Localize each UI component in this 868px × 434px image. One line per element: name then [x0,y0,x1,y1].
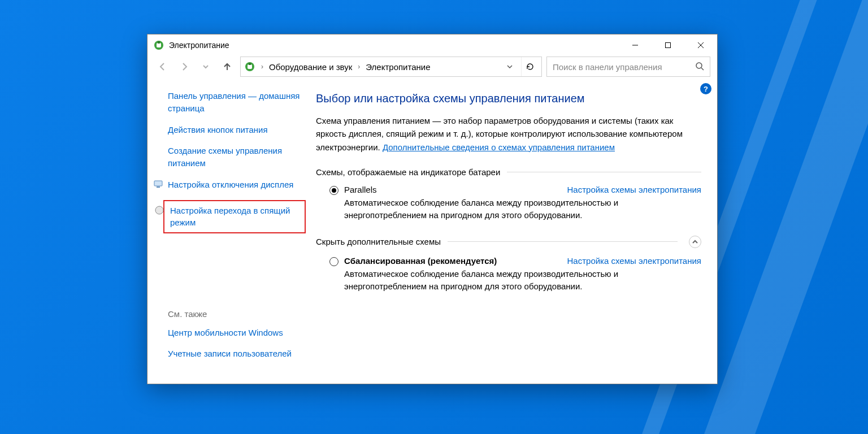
radio-parallels[interactable] [329,186,338,195]
see-also-heading: См. также [168,309,311,319]
nav-back-button[interactable] [154,58,171,75]
navigation-bar: › Оборудование и звук › Электропитание П… [147,56,717,81]
control-panel-window: Электропитание › Оборудование и звук › Э… [147,34,718,384]
svg-rect-1 [157,43,161,47]
plan-group-battery: Схемы, отображаемые на индикаторе батаре… [316,167,701,222]
change-plan-settings-link[interactable]: Настройка схемы электропитания [567,185,701,194]
page-description: Схема управления питанием — это набор па… [316,114,701,154]
svg-rect-13 [157,186,160,188]
chevron-right-icon[interactable]: › [358,63,360,71]
plan-name: Сбалансированная (рекомендуется) [344,256,497,266]
sidebar-see-also-accounts[interactable]: Учетные записи пользователей [168,348,311,360]
close-button[interactable] [684,34,717,56]
sidebar-link-label: Настройка отключения дисплея [168,180,293,189]
svg-point-10 [696,63,702,68]
svg-rect-9 [249,63,251,65]
svg-rect-8 [248,64,252,69]
plan-description: Автоматическое соблюдение баланса между … [344,268,701,293]
sidebar-see-also-mobility[interactable]: Центр мобильности Windows [168,327,311,339]
change-plan-settings-link[interactable]: Настройка схемы электропитания [567,256,701,266]
maximize-button[interactable] [652,34,684,56]
monitor-icon [153,179,163,189]
sidebar-link-label: Настройка перехода в спящий режим [170,206,290,228]
svg-rect-4 [666,43,671,48]
window-title: Электропитание [169,41,229,50]
group-title: Схемы, отображаемые на индикаторе батаре… [316,167,500,177]
power-plan-parallels: Parallels Настройка схемы электропитания… [316,185,701,222]
titlebar: Электропитание [147,34,717,56]
plan-group-additional: Скрыть дополнительные схемы Сбалансирова… [316,236,701,293]
sidebar-link-display-off[interactable]: Настройка отключения дисплея [168,179,311,191]
svg-point-14 [155,206,163,214]
moon-icon [154,205,164,215]
address-dropdown[interactable] [504,63,515,70]
search-input[interactable]: Поиск в панели управления [546,57,710,77]
search-icon [695,62,704,72]
nav-up-button[interactable] [219,58,236,75]
page-heading: Выбор или настройка схемы управления пит… [316,92,701,105]
minimize-button[interactable] [619,34,652,56]
power-options-icon [153,40,164,51]
divider [448,241,678,242]
svg-rect-12 [154,181,162,186]
divider [507,172,701,172]
plan-description: Автоматическое соблюдение баланса между … [344,197,701,222]
radio-balanced[interactable] [329,257,338,266]
power-options-icon [244,61,255,72]
breadcrumb-level1[interactable]: Оборудование и звук [269,62,352,72]
nav-recent-dropdown[interactable] [197,58,214,75]
plan-name: Parallels [344,185,377,194]
main-content: Выбор или настройка схемы управления пит… [311,81,717,384]
nav-forward-button[interactable] [176,58,193,75]
sidebar-link-button-actions[interactable]: Действия кнопок питания [168,124,311,136]
group-title[interactable]: Скрыть дополнительные схемы [316,237,441,246]
svg-rect-2 [158,41,160,44]
sidebar-link-create-plan[interactable]: Создание схемы управления питанием [168,145,311,170]
window-body: ? Панель управления — домашняя страница … [147,81,717,384]
sidebar-link-sleep-settings[interactable]: Настройка перехода в спящий режим [163,200,306,234]
learn-more-link[interactable]: Дополнительные сведения о схемах управле… [383,142,615,152]
chevron-right-icon[interactable]: › [261,63,263,71]
collapse-button[interactable] [689,236,701,248]
sidebar: Панель управления — домашняя страница Де… [147,81,311,384]
power-plan-balanced: Сбалансированная (рекомендуется) Настрой… [316,256,701,293]
sidebar-home-link[interactable]: Панель управления — домашняя страница [168,90,311,115]
refresh-button[interactable] [521,57,538,76]
address-bar[interactable]: › Оборудование и звук › Электропитание [240,57,542,77]
help-button[interactable]: ? [700,83,711,94]
search-placeholder: Поиск в панели управления [553,62,695,72]
breadcrumb-level2[interactable]: Электропитание [366,62,430,72]
svg-line-11 [701,68,704,70]
